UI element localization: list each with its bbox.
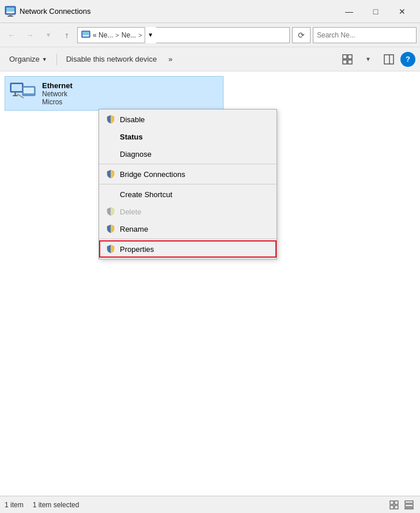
svg-rect-23 [390, 506, 393, 509]
address-bar: ← → ▼ ↑ « Ne... > Ne... > ▼ ⟳ [0, 23, 420, 47]
svg-rect-25 [405, 501, 413, 503]
status-right [388, 499, 415, 511]
ethernet-name: Ethernet [42, 81, 73, 90]
maximize-button[interactable]: □ [362, 2, 389, 21]
window-title: Network Connections [20, 7, 336, 16]
refresh-button[interactable]: ⟳ [292, 27, 311, 43]
address-sep2: > [138, 32, 142, 39]
item-count: 1 item [5, 501, 24, 509]
svg-rect-21 [390, 501, 393, 504]
recent-button[interactable]: ▼ [40, 27, 56, 43]
svg-rect-9 [348, 55, 352, 59]
svg-rect-4 [7, 16, 13, 17]
ethernet-sub1: Network [42, 90, 73, 98]
ctx-shortcut-label: Create Shortcut [120, 190, 172, 199]
address-sep1: > [115, 32, 119, 39]
pane-icon [383, 54, 395, 65]
shield-rename-icon [106, 224, 115, 233]
ctx-shortcut-spacer [106, 190, 115, 199]
selected-count: 1 item selected [33, 501, 80, 509]
forward-button[interactable]: → [22, 27, 38, 43]
shield-bridge-icon [106, 169, 115, 179]
svg-rect-12 [384, 55, 393, 64]
ctx-delete: Delete [99, 203, 277, 220]
svg-rect-16 [14, 92, 16, 95]
title-bar: Network Connections — □ ✕ [0, 0, 420, 23]
search-input[interactable] [313, 27, 417, 43]
svg-rect-17 [13, 95, 18, 96]
ctx-properties-label: Properties [120, 245, 154, 254]
address-box[interactable]: « Ne... > Ne... > ▼ [77, 27, 290, 43]
ctx-sep3 [99, 239, 277, 239]
ctx-shortcut[interactable]: Create Shortcut [99, 186, 277, 203]
svg-rect-2 [6, 7, 14, 12]
svg-rect-10 [343, 60, 347, 64]
ctx-bridge-label: Bridge Connections [120, 170, 185, 179]
shield-delete-icon [106, 207, 115, 216]
up-button[interactable]: ↑ [59, 27, 75, 43]
ctx-status-label: Status [120, 133, 143, 141]
ctx-diagnose[interactable]: Diagnose [99, 145, 277, 163]
svg-rect-8 [343, 55, 347, 59]
svg-rect-27 [405, 508, 413, 509]
ctx-status-spacer [106, 132, 115, 141]
ctx-properties[interactable]: Properties [99, 240, 277, 258]
context-menu: Disable Status Diagnose [99, 109, 277, 259]
ethernet-icon [10, 80, 37, 107]
preview-pane-button[interactable] [380, 51, 398, 67]
view-options-button[interactable] [338, 51, 357, 67]
svg-rect-3 [9, 14, 12, 16]
status-bar: 1 item 1 item selected [0, 496, 420, 513]
window-controls: — □ ✕ [336, 2, 415, 21]
ctx-disable-label: Disable [120, 115, 145, 124]
minimize-button[interactable]: — [336, 2, 362, 21]
svg-rect-7 [82, 32, 89, 35]
more-button[interactable]: » [164, 51, 177, 68]
ctx-diagnose-spacer [106, 149, 115, 159]
ctx-bridge[interactable]: Bridge Connections [99, 165, 277, 183]
ctx-disable[interactable]: Disable [99, 111, 277, 128]
svg-rect-11 [348, 60, 352, 64]
disable-network-button[interactable]: Disable this network device [62, 51, 162, 68]
svg-rect-15 [12, 84, 22, 91]
ctx-sep2 [99, 184, 277, 184]
svg-rect-22 [395, 501, 398, 504]
ctx-delete-label: Delete [120, 208, 142, 216]
help-button[interactable]: ? [400, 52, 415, 67]
organize-label: Organize [9, 55, 40, 63]
organize-chevron: ▼ [42, 56, 47, 62]
network-item-info: Ethernet Network Micros [42, 81, 73, 106]
status-grid-view-button[interactable] [388, 499, 400, 511]
status-list-view-button[interactable] [403, 499, 415, 511]
svg-rect-19 [24, 88, 34, 93]
svg-rect-26 [405, 504, 413, 507]
view-grid-icon [342, 54, 353, 65]
back-button[interactable]: ← [3, 27, 20, 43]
toolbar: Organize ▼ Disable this network device »… [0, 47, 420, 71]
svg-rect-24 [395, 506, 398, 509]
organize-button[interactable]: Organize ▼ [5, 51, 52, 68]
app-icon [5, 6, 16, 17]
disable-label: Disable this network device [66, 55, 157, 63]
more-label: » [168, 55, 172, 63]
shield-disable-icon [106, 115, 115, 124]
ctx-sep1 [99, 164, 277, 164]
ctx-diagnose-label: Diagnose [120, 150, 152, 159]
toolbar-right: ▼ ? [338, 51, 415, 67]
file-area: Ethernet Network Micros Disable [0, 71, 420, 496]
address-dropdown-button[interactable]: ▼ [145, 27, 156, 43]
ethernet-item[interactable]: Ethernet Network Micros [5, 76, 224, 111]
ethernet-sub2: Micros [42, 98, 73, 106]
ctx-rename-label: Rename [120, 225, 148, 233]
shield-properties-icon [106, 244, 115, 254]
ctx-status[interactable]: Status [99, 128, 277, 145]
view-dropdown-button[interactable]: ▼ [359, 51, 377, 67]
close-button[interactable]: ✕ [389, 2, 415, 21]
main-content: Ethernet Network Micros Disable [0, 71, 420, 496]
address-part2: Ne... [122, 31, 136, 39]
ctx-rename[interactable]: Rename [99, 220, 277, 237]
address-part1: « Ne... [93, 31, 113, 39]
address-icon [81, 31, 90, 40]
toolbar-separator [56, 54, 57, 65]
